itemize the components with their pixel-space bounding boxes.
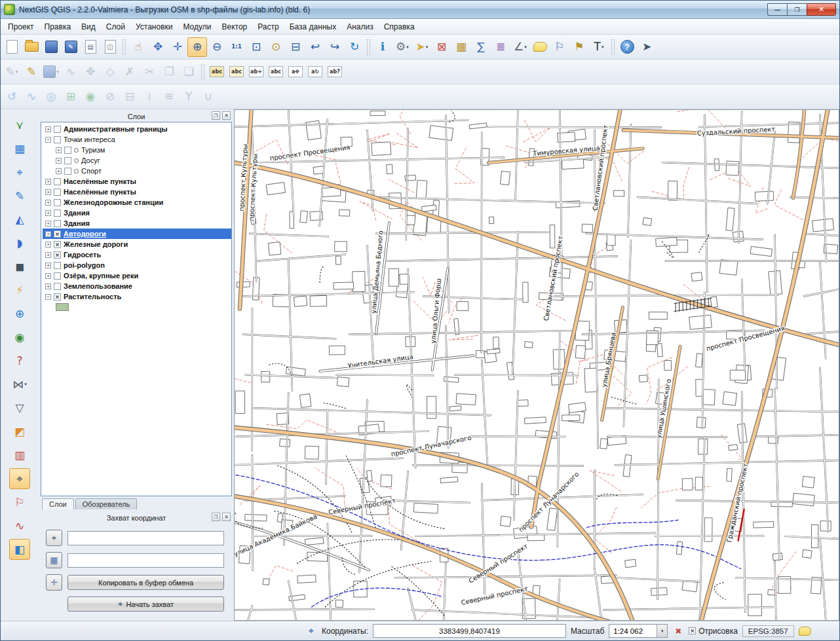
expander-minus-icon[interactable] xyxy=(45,294,51,300)
layer-item[interactable]: Автодороги xyxy=(43,229,231,239)
layer-item[interactable]: Здания xyxy=(43,208,231,218)
coordinate-capture-icon[interactable]: ⌖ xyxy=(9,468,30,489)
expander-plus-icon[interactable] xyxy=(45,179,51,185)
expander-plus-icon[interactable] xyxy=(45,252,51,258)
menu-analysis[interactable]: Анализ xyxy=(341,20,379,33)
layer-checkbox[interactable] xyxy=(54,199,61,206)
freehand-editing-icon[interactable]: ✎ xyxy=(9,185,30,206)
select-by-theme-icon[interactable]: ◧ xyxy=(9,539,30,560)
web-services-icon[interactable]: ⊕ xyxy=(9,303,30,324)
layer-item[interactable]: Железнодорожные станции xyxy=(43,197,231,208)
save-project-icon[interactable] xyxy=(41,37,61,57)
field-calculator-icon[interactable]: ∑ xyxy=(471,37,491,57)
menu-plugins[interactable]: Модули xyxy=(178,20,216,33)
copy-to-clipboard-button[interactable]: Копировать в буфер обмена xyxy=(67,575,224,590)
panel-close-icon[interactable] xyxy=(222,111,231,120)
change-label-properties-icon[interactable]: ab? xyxy=(325,62,345,82)
expander-plus-icon[interactable] xyxy=(56,147,62,153)
dxf-export-icon[interactable]: ▽ xyxy=(9,397,30,418)
expander-plus-icon[interactable] xyxy=(45,242,51,247)
layer-symbol-row[interactable] xyxy=(43,302,231,312)
layer-item[interactable]: Озёра, крупные реки xyxy=(43,270,231,281)
layer-item[interactable]: Спорт xyxy=(43,166,231,176)
stop-render-icon[interactable] xyxy=(672,627,684,636)
menu-edit[interactable]: Правка xyxy=(39,20,77,33)
layer-checkbox[interactable] xyxy=(54,126,61,133)
layer-checkbox[interactable] xyxy=(54,241,61,248)
expander-plus-icon[interactable] xyxy=(56,158,62,164)
layer-item[interactable]: Точки интереса xyxy=(43,134,231,145)
refresh-map-icon[interactable]: ↻ xyxy=(345,37,364,57)
whats-this-icon[interactable]: ➤ xyxy=(637,37,657,57)
coordinate-input-1[interactable] xyxy=(67,531,224,545)
layer-checkbox[interactable] xyxy=(54,272,61,280)
coordinate-input-2[interactable] xyxy=(67,553,224,568)
deselect-features-icon[interactable]: ⊠ xyxy=(432,37,451,57)
layer-checkbox[interactable] xyxy=(64,147,71,154)
expander-plus-icon[interactable] xyxy=(45,263,51,268)
composer-manager-icon[interactable]: ◫ xyxy=(100,37,120,57)
layer-checkbox[interactable] xyxy=(54,210,61,217)
road-graph-icon[interactable]: ? xyxy=(9,350,30,371)
expander-plus-icon[interactable] xyxy=(45,231,51,237)
pan-to-selection-icon[interactable]: ✛ xyxy=(168,37,187,57)
zoom-to-selection-icon[interactable]: ⊙ xyxy=(266,37,286,57)
menu-vector[interactable]: Вектор xyxy=(216,20,252,33)
expander-plus-icon[interactable] xyxy=(45,273,51,279)
open-attribute-table-icon[interactable]: ▦ xyxy=(451,37,471,57)
expander-plus-icon[interactable] xyxy=(56,168,62,174)
tab-browser[interactable]: Обозреватель xyxy=(75,498,138,509)
panel-float-icon[interactable] xyxy=(212,513,220,521)
menu-help[interactable]: Справка xyxy=(379,20,420,33)
expander-plus-icon[interactable] xyxy=(45,189,51,195)
tab-layers[interactable]: Слои xyxy=(42,498,74,509)
select-features-icon[interactable]: ➤ xyxy=(412,37,432,57)
statistical-summary-icon[interactable]: ≣ xyxy=(491,37,510,57)
scale-combo[interactable]: 1:24 062 xyxy=(609,624,668,638)
checkbox-icon[interactable] xyxy=(689,627,696,634)
zoom-out-icon[interactable]: ⊖ xyxy=(207,37,227,57)
layer-item[interactable]: poi-polygon xyxy=(43,260,231,270)
layer-checkbox[interactable] xyxy=(54,136,61,143)
panel-close-icon[interactable] xyxy=(222,513,231,521)
show-hide-labels-icon[interactable]: abc xyxy=(266,62,286,82)
table-manager-icon[interactable]: ▥ xyxy=(9,445,30,466)
expander-plus-icon[interactable] xyxy=(45,210,51,216)
menu-database[interactable]: База данных xyxy=(284,20,341,33)
layer-checkbox[interactable] xyxy=(64,157,71,164)
layer-item[interactable]: Железные дороги xyxy=(43,239,231,249)
expander-plus-icon[interactable] xyxy=(45,126,51,132)
ellipse-digitizing-icon[interactable]: ◗ xyxy=(9,232,30,253)
expander-plus-icon[interactable] xyxy=(45,284,51,289)
osm-place-search-icon[interactable]: ⚐ xyxy=(9,492,30,513)
layer-checkbox[interactable] xyxy=(54,189,61,196)
layer-item[interactable]: Досуг xyxy=(43,155,231,166)
close-button[interactable] xyxy=(807,3,836,16)
expander-minus-icon[interactable] xyxy=(45,137,51,143)
log-messages-icon[interactable] xyxy=(799,627,811,636)
expander-plus-icon[interactable] xyxy=(45,221,51,227)
move-label-icon[interactable]: a✥ xyxy=(286,62,305,82)
capture-crs-button[interactable] xyxy=(46,530,62,546)
layer-checkbox[interactable] xyxy=(64,168,71,175)
layer-item[interactable]: Административные границы xyxy=(43,124,231,134)
profile-tool-icon[interactable]: ∿ xyxy=(9,515,30,536)
layer-checkbox[interactable] xyxy=(54,178,61,185)
track-mouse-button[interactable] xyxy=(46,574,62,591)
network-analysis-icon[interactable]: ⋎ xyxy=(9,115,30,136)
panel-float-icon[interactable] xyxy=(212,111,220,120)
layer-item[interactable]: Растительность xyxy=(43,291,231,302)
georeferencer-icon[interactable]: ⌖ xyxy=(9,162,30,183)
layer-checkbox[interactable] xyxy=(54,283,61,290)
crs-status-button[interactable]: EPSG:3857 xyxy=(742,625,794,637)
start-capture-button[interactable]: Начать захват xyxy=(67,596,224,612)
rotate-label-icon[interactable]: a↻ xyxy=(305,62,325,82)
menu-settings[interactable]: Установки xyxy=(130,20,178,33)
layer-item[interactable]: Гидросеть xyxy=(43,249,231,260)
show-bookmarks-icon[interactable]: ⚑ xyxy=(569,37,589,57)
topology-checker-icon[interactable]: ⋈ xyxy=(9,374,30,395)
layer-labeling-options-icon[interactable]: abc xyxy=(207,62,227,82)
save-project-as-icon[interactable]: ✎ xyxy=(61,37,81,57)
help-contents-icon[interactable]: ? xyxy=(617,37,637,57)
toggle-editing-icon[interactable]: ✎ xyxy=(22,62,41,82)
